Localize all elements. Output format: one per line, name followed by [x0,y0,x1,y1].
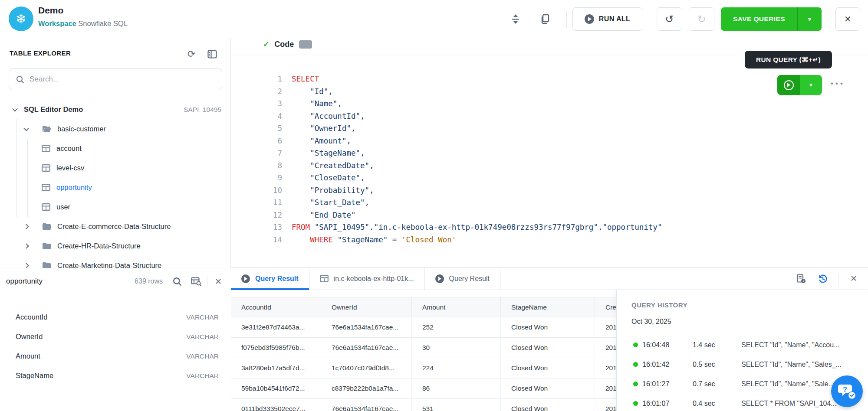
tree-folder-Create-HR-Data-Structure[interactable]: Create-HR-Data-Structure [0,236,231,256]
refresh-icon[interactable]: ⟳ [185,48,198,61]
explorer-search-input[interactable] [30,75,215,84]
line-content: "OwnerId", [282,124,356,133]
tree-table-opportunity[interactable]: opportunity [0,178,231,197]
run-query-tooltip: RUN QUERY (⌘+↵) [745,51,832,68]
preview-column-row[interactable]: StageNameVARCHAR [0,366,231,385]
line-number: 13 [231,223,282,232]
folder-icon [42,223,51,230]
query-history-entry[interactable]: 16:01:420.5 secSELECT "Id", "Name", "Sal… [617,355,868,374]
code-line-6: 6 "Amount", [231,135,868,147]
search-icon [16,75,24,84]
grid-cell: Closed Won [501,378,595,398]
preview-column-row[interactable]: OwnerIdVARCHAR [0,327,231,346]
query-history-date: Oct 30, 2025 [631,318,671,326]
grid-cell: 86 [412,378,501,398]
panel-toggle-icon[interactable] [206,48,219,61]
project-label: SQL Editor Demo [24,105,83,114]
preview-header: opportunity 639 rows ✕ [0,271,231,292]
column-type: VARCHAR [186,372,219,380]
tree-table-level-csv[interactable]: level-csv [0,158,231,178]
search-icon[interactable] [171,275,184,288]
save-dropdown-caret[interactable]: ▼ [797,7,822,31]
tree-folder-basic-customer[interactable]: basic-customer [0,119,231,139]
help-chat-button[interactable]: ? [831,375,863,407]
explorer-search[interactable] [9,68,222,90]
workspace-link[interactable]: Workspace [38,20,76,27]
tab-query-result-1[interactable]: Query Result [231,267,309,290]
close-icon[interactable]: ✕ [212,275,225,288]
line-content: "CloseDate", [282,173,365,182]
tab-label: in.c-keboola-ex-http-01k... [334,275,414,283]
run-query-button[interactable]: ▼ [777,75,822,95]
status-dot-icon [633,342,638,347]
run-query-play[interactable] [777,75,800,95]
query-history-entry[interactable]: 16:01:270.7 secSELECT "Id", "Name", "Sal… [617,374,868,394]
close-results-icon[interactable]: ✕ [847,272,860,285]
line-number: 9 [231,173,282,182]
query-duration: 1.4 sec [693,341,741,349]
query-history-entry[interactable]: 16:04:481.4 secSELECT "Id", "Name", "Acc… [617,335,868,355]
tree-table-user[interactable]: user [0,197,231,217]
preview-column-row[interactable]: AccountIdVARCHAR [0,307,231,327]
run-all-button[interactable]: RUN ALL [572,7,642,31]
undo-button[interactable]: ↺ [657,7,682,31]
query-history-entries: 16:04:481.4 secSELECT "Id", "Name", "Acc… [617,335,868,411]
line-number: 1 [231,75,282,83]
grid-cell: 0111bd333502ece7... [231,399,321,411]
column-name: OwnerId [16,333,43,341]
preview-partial-row: Name VARCHAR [0,296,231,301]
code-line-9: 9 "CloseDate", [231,172,868,184]
toolbar-divider [838,273,838,284]
tab-query-result-2[interactable]: Query Result [425,267,500,290]
more-options-button[interactable]: ••• [831,79,845,88]
copy-icon[interactable] [538,12,552,26]
code-line-10: 10 "Probability", [231,184,868,197]
line-number: 4 [231,112,282,121]
results-toolbar: i ✕ [795,267,868,290]
query-details-icon[interactable]: i [795,272,808,285]
redo-button[interactable]: ↻ [689,7,714,31]
run-query-dropdown[interactable]: ▼ [800,75,822,95]
save-queries-button[interactable]: SAVE QUERIES ▼ [721,7,822,31]
table-label: user [56,203,70,211]
status-dot-icon [633,401,638,406]
line-content: "AccountId", [282,112,365,121]
tree-table-account[interactable]: account [0,139,231,158]
chat-bubbles-icon: ? [838,383,857,400]
query-history-title: QUERY HISTORY [631,301,687,309]
query-history-icon[interactable] [816,272,829,285]
status-dot-icon [633,362,638,367]
query-duration: 0.7 sec [693,380,741,388]
query-time: 16:01:07 [642,400,693,408]
chevron-down-icon [12,106,18,112]
expand-vertical-icon[interactable] [509,12,523,26]
check-icon: ✓ [263,40,269,49]
line-content: "Amount", [282,137,351,145]
tab-table-result[interactable]: in.c-keboola-ex-http-01k... [309,267,425,290]
preview-columns: Name VARCHAR AccountIdVARCHAROwnerIdVARC… [0,296,231,385]
copy-badge-icon[interactable] [299,40,312,49]
folder-open-icon [42,125,51,133]
close-window-button[interactable]: ✕ [835,7,860,31]
grid-cell: 59ba10b4541f6d72... [231,378,321,398]
sql-editor[interactable]: ✓ Code 1SELECT2 "Id",3 "Name",4 "Account… [231,38,868,267]
table-label: account [56,144,82,153]
chevron-right-icon [23,224,29,229]
code-block-chip: ✓ Code [263,38,312,49]
tree-project-row[interactable]: SQL Editor Demo SAPI_10495 [0,100,231,119]
line-number: 12 [231,211,282,219]
tab-label: Query Result [255,275,299,283]
header-divider [829,10,829,28]
grid-cell: f075ebd3f5985f76b... [231,338,321,358]
tree-folder-Create-E-commerce-Data-Structure[interactable]: Create-E-commerce-Data-Structure [0,217,231,236]
query-duration: 0.4 sec [693,400,741,408]
preview-column-row[interactable]: AmountVARCHAR [0,346,231,366]
code-line-12: 12 "End_Date" [231,209,868,222]
line-number: 14 [231,235,282,244]
data-sample-icon[interactable] [190,275,203,288]
line-content: SELECT [282,75,319,83]
query-history-entry[interactable]: 16:01:070.4 secSELECT * FROM "SAPI_104..… [617,394,868,411]
line-number: 5 [231,124,282,133]
chevron-right-icon [23,243,29,249]
run-all-label: RUN ALL [599,15,630,23]
